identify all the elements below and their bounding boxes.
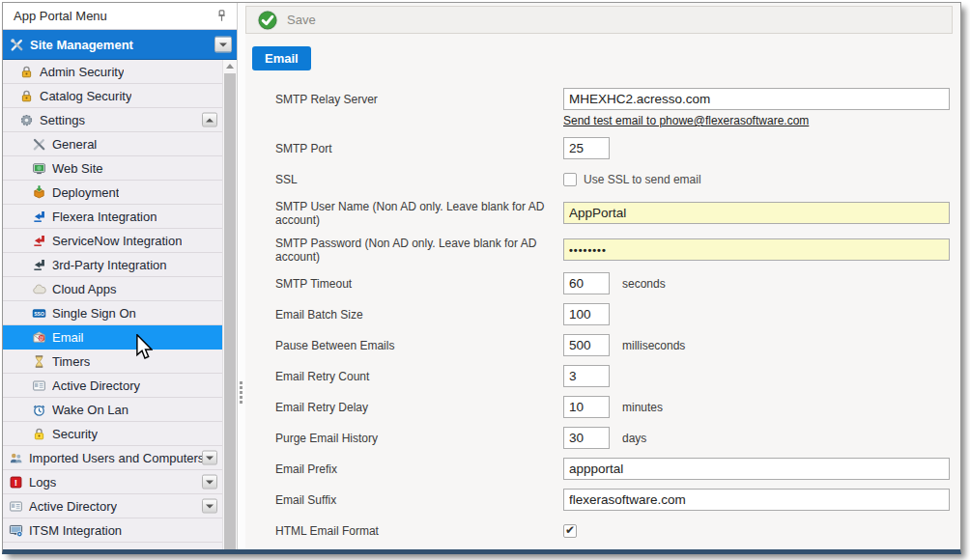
- expand-button[interactable]: [202, 499, 217, 514]
- adcard-icon: [9, 499, 23, 514]
- sidebar-item-partial[interactable]: [3, 543, 222, 549]
- field-label: Email Retry Delay: [275, 400, 563, 414]
- tools-gray-icon: [32, 137, 46, 152]
- smtp-timeout-input[interactable]: [563, 272, 610, 294]
- sidebar-item-web-site[interactable]: Web Site: [3, 156, 222, 181]
- html-email-format-checkbox[interactable]: [563, 524, 577, 538]
- form-row-pause-between-emails: Pause Between Emailsmilliseconds: [275, 334, 950, 356]
- form-row-smtp-timeout: SMTP Timeoutseconds: [275, 272, 950, 294]
- email-prefix-input[interactable]: [563, 458, 950, 480]
- tools-icon: [10, 38, 24, 52]
- email-retry-count-input[interactable]: [563, 365, 610, 387]
- field-label: Email Batch Size: [275, 307, 563, 322]
- sidebar-section-site-management[interactable]: Site Management: [3, 30, 237, 60]
- main-panel: Save Email SMTP Relay ServerSend test em…: [245, 3, 960, 549]
- section-collapse-button[interactable]: [214, 37, 232, 53]
- form-row-smtp-port: SMTP Port: [275, 137, 950, 159]
- sidebar-title: App Portal Menu: [14, 9, 214, 23]
- smtp-port-input[interactable]: [563, 137, 610, 159]
- pause-between-emails-input[interactable]: [563, 334, 610, 356]
- smtp-password-input[interactable]: [563, 238, 950, 261]
- save-button-label: Save: [287, 13, 316, 27]
- cloud-icon: [9, 547, 23, 550]
- form-row-email-prefix: Email Prefix: [275, 458, 950, 480]
- field-label: SMTP User Name (Non AD only. Leave blank…: [275, 199, 563, 227]
- sidebar-scrollbar[interactable]: [222, 60, 237, 549]
- sidebar-item-admin-security[interactable]: Admin Security: [3, 60, 222, 84]
- sidebar-item-settings[interactable]: Settings: [3, 108, 222, 132]
- form-row-email-retry-count: Email Retry Count: [275, 365, 950, 387]
- form-row-email-batch-size: Email Batch Size: [275, 303, 950, 325]
- cloud-icon: [32, 282, 46, 296]
- smtp-relay-server-input[interactable]: [563, 88, 950, 110]
- sidebar-item-single-sign-on[interactable]: SSOSingle Sign On: [3, 301, 222, 325]
- purge-email-history-input[interactable]: [563, 427, 610, 449]
- form-row-email-retry-delay: Email Retry Delayminutes: [275, 396, 950, 418]
- alarm-icon: [32, 403, 46, 417]
- sidebar-header: App Portal Menu: [3, 3, 237, 30]
- checkbox-label: Use SSL to send email: [584, 173, 701, 186]
- sidebar-item-3rd-party-integration[interactable]: 3rd-Party Integration: [3, 253, 222, 277]
- tab-bar: Email: [252, 46, 953, 70]
- users-icon: [9, 451, 23, 465]
- expand-button[interactable]: [202, 451, 217, 465]
- field-label: SMTP Relay Server: [275, 88, 563, 106]
- svg-text:SSO: SSO: [34, 310, 44, 316]
- sidebar-item-servicenow-integration[interactable]: ServiceNow Integration: [3, 229, 222, 253]
- sidebar-item-timers[interactable]: Timers: [3, 350, 222, 374]
- panel-splitter[interactable]: [238, 3, 245, 549]
- field-label: Purge Email History: [275, 431, 563, 445]
- lock-yellow-icon: [32, 427, 46, 441]
- sidebar-item-wake-on-lan[interactable]: Wake On Lan: [3, 398, 222, 422]
- pin-icon[interactable]: [214, 9, 229, 23]
- field-label: Email Prefix: [275, 462, 563, 476]
- scrollbar-thumb[interactable]: [224, 73, 236, 549]
- sidebar-item-general[interactable]: General: [3, 132, 222, 156]
- sidebar-item-active-directory[interactable]: Active Directory: [3, 494, 222, 518]
- unit-label: milliseconds: [622, 339, 685, 352]
- lock-gold-icon: [19, 89, 34, 103]
- scroll-up-arrow-icon[interactable]: [226, 64, 234, 69]
- timer-icon: [32, 354, 46, 369]
- sidebar-item-deployment[interactable]: Deployment: [3, 181, 222, 205]
- expand-button[interactable]: [202, 475, 217, 490]
- save-button[interactable]: Save: [257, 10, 316, 31]
- tab-email[interactable]: Email: [252, 46, 311, 70]
- form-row-smtp-user-name: SMTP User Name (Non AD only. Leave blank…: [275, 199, 950, 227]
- sidebar-item-email[interactable]: @Email: [3, 325, 222, 350]
- sidebar-item-catalog-security[interactable]: Catalog Security: [3, 84, 222, 108]
- splitter-handle-icon: [240, 381, 242, 404]
- adcard-icon: [32, 378, 46, 393]
- email-icon: @: [32, 330, 46, 345]
- field-label: Pause Between Emails: [275, 338, 563, 352]
- form-row-html-email-format: HTML Email Format: [275, 519, 950, 542]
- deployment-icon: [32, 185, 46, 200]
- email-suffix-input[interactable]: [563, 489, 950, 511]
- sidebar-item-security[interactable]: Security: [3, 422, 222, 446]
- sidebar-item-cloud-apps[interactable]: Cloud Apps: [3, 277, 222, 301]
- smtp-user-name-input[interactable]: [563, 202, 950, 224]
- sidebar-item-flexera-integration[interactable]: Flexera Integration: [3, 205, 222, 229]
- email-retry-delay-input[interactable]: [563, 396, 610, 418]
- ssl-checkbox[interactable]: [563, 173, 577, 186]
- sidebar-item-active-directory[interactable]: Active Directory: [3, 374, 222, 398]
- field-label: SMTP Password (Non AD only. Leave blank …: [275, 236, 563, 264]
- sidebar-item-itsm-integration[interactable]: ITSM Integration: [3, 518, 222, 543]
- website-icon: [32, 161, 46, 176]
- send-test-email-link[interactable]: Send test email to phowe@flexerasoftware…: [563, 114, 809, 127]
- arrow-red-icon: [32, 234, 46, 248]
- field-label: SSL: [275, 172, 563, 186]
- form-row-smtp-relay-server: SMTP Relay ServerSend test email to phow…: [275, 88, 950, 128]
- lock-gold-icon: [19, 65, 34, 79]
- sidebar-item-imported-users-and-computers[interactable]: Imported Users and Computers: [3, 446, 222, 470]
- sidebar-item-logs[interactable]: !Logs: [3, 470, 222, 494]
- form-row-purge-email-history: Purge Email Historydays: [275, 427, 950, 449]
- sidebar: App Portal Menu Site Management Admin Se…: [3, 3, 238, 549]
- sidebar-items: Admin SecurityCatalog SecuritySettingsGe…: [3, 60, 237, 549]
- email-batch-size-input[interactable]: [563, 303, 610, 325]
- arrow-dark-icon: [32, 258, 46, 272]
- gear-icon: [19, 113, 34, 127]
- collapse-button[interactable]: [202, 113, 217, 127]
- field-label: Email Suffix: [275, 492, 563, 507]
- email-settings-form: SMTP Relay ServerSend test email to phow…: [245, 88, 953, 549]
